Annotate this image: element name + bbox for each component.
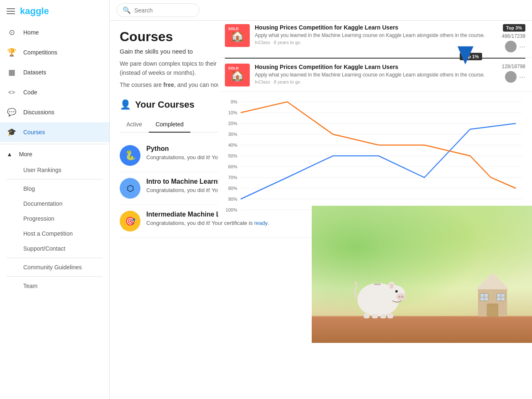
comp-title-1[interactable]: Housing Prices Competition for Kaggle Le…	[255, 24, 487, 31]
nav-datasets[interactable]: ▦ Datasets	[0, 62, 109, 82]
sidebar-item-user-rankings[interactable]: User Rankings	[0, 163, 109, 177]
comp-info-2: Housing Prices Competition for Kaggle Le…	[255, 64, 487, 84]
svg-text:0%: 0%	[231, 99, 237, 104]
photo-overlay	[312, 206, 532, 343]
comp-meta-2: InClass · 8 years to go	[255, 79, 487, 84]
home-icon: ⊙	[7, 27, 17, 37]
chart-area: 0% 10% 20% 30% 40% 50% 60% 70% 80% 90% 1…	[218, 92, 532, 218]
svg-text:90%: 90%	[228, 197, 237, 202]
sidebar-item-progression[interactable]: Progression	[0, 211, 109, 226]
python-course-icon: 🐍	[120, 145, 140, 166]
chevron-up-icon: ▲	[7, 151, 12, 158]
tab-active[interactable]: Active	[120, 117, 149, 133]
svg-marker-40	[476, 273, 509, 289]
comp-info-1: Housing Prices Competition for Kaggle Le…	[255, 24, 487, 45]
house-model	[474, 271, 511, 322]
comp-score-2: 128/18798	[502, 64, 525, 69]
logo-text: kaggle	[20, 6, 49, 17]
sidebar: kaggle ⊙ Home 🏆 Competitions ▦ Datasets …	[0, 0, 110, 399]
svg-point-31	[401, 296, 404, 298]
comp-actions-1: ···	[505, 41, 525, 52]
nav-home[interactable]: ⊙ Home	[0, 22, 109, 42]
nav-home-label: Home	[23, 29, 39, 36]
search-box[interactable]: 🔍	[116, 3, 200, 17]
courses-icon: 🎓	[7, 127, 17, 137]
sold-badge-1: SOLD	[227, 26, 240, 32]
nav-discussions[interactable]: 💬 Discussions	[0, 102, 109, 122]
comp-thumbnail-2: SOLD 🏠	[225, 64, 250, 86]
nav-datasets-label: Datasets	[23, 69, 46, 76]
sub-divider-3	[7, 276, 103, 277]
svg-rect-42	[487, 304, 498, 316]
competition-card-1: SOLD 🏠 Housing Prices Competition for Ka…	[218, 19, 532, 58]
free-word: free	[163, 81, 174, 88]
intermediate-ml-course-icon: 🎯	[120, 211, 140, 232]
svg-rect-35	[364, 313, 369, 318]
nav-competitions-label: Competitions	[23, 49, 57, 56]
svg-point-34	[389, 283, 394, 289]
search-icon: 🔍	[123, 6, 131, 14]
comp-right-1: Top 3% 486/17239 ···	[492, 24, 525, 52]
svg-rect-38	[387, 313, 393, 318]
svg-text:40%: 40%	[228, 143, 237, 148]
sidebar-item-team[interactable]: Team	[0, 278, 109, 293]
sold-badge-2: SOLD	[227, 65, 240, 71]
nav-courses-label: Courses	[23, 129, 45, 135]
down-arrow	[453, 44, 478, 71]
competitions-icon: 🏆	[7, 47, 17, 57]
intermediate-ml-cert-link[interactable]: ready	[254, 220, 268, 226]
svg-point-29	[396, 293, 406, 300]
svg-rect-37	[380, 314, 386, 318]
comp-right-2: 128/18798 ···	[492, 64, 525, 83]
svg-text:70%: 70%	[228, 175, 237, 180]
more-toggle[interactable]: ▲ More	[0, 146, 109, 163]
nav-discussions-label: Discussions	[23, 109, 54, 116]
sidebar-item-blog[interactable]: Blog	[0, 181, 109, 196]
nav-code[interactable]: <> Code	[0, 82, 109, 102]
more-dots-2[interactable]: ···	[519, 73, 525, 81]
comp-actions-2: ···	[505, 71, 525, 83]
datasets-icon: ▦	[7, 67, 17, 77]
avatar-2	[505, 71, 517, 83]
more-label: More	[19, 151, 32, 158]
svg-rect-36	[372, 314, 378, 318]
nav-courses[interactable]: 🎓 Courses	[0, 122, 109, 142]
comp-title-2[interactable]: Housing Prices Competition for Kaggle Le…	[255, 64, 487, 70]
comp-desc-1: Apply what you learned in the Machine Le…	[255, 32, 487, 38]
svg-text:50%: 50%	[228, 153, 237, 158]
comp-score-1: 486/17239	[502, 33, 525, 39]
sidebar-item-host-competition[interactable]: Host a Competition	[0, 226, 109, 241]
sub-divider-2	[7, 258, 103, 258]
discussions-icon: 💬	[7, 107, 17, 117]
sidebar-item-guidelines[interactable]: Community Guidelines	[0, 260, 109, 275]
svg-text:20%: 20%	[228, 121, 237, 126]
svg-text:10%: 10%	[228, 110, 237, 115]
top-badge-1: Top 3%	[503, 24, 525, 32]
nav-competitions[interactable]: 🏆 Competitions	[0, 42, 109, 62]
avatar-1	[505, 41, 517, 52]
nav-code-label: Code	[23, 89, 37, 96]
nav-divider	[0, 144, 109, 144]
comp-desc-2: Apply what you learned in the Machine Le…	[255, 72, 487, 78]
search-input[interactable]	[134, 7, 193, 14]
person-icon: 👤	[120, 99, 131, 110]
piggy-bank	[353, 273, 407, 320]
svg-point-30	[399, 296, 401, 298]
tab-completed[interactable]: Completed	[149, 117, 190, 133]
performance-chart: 0% 10% 20% 30% 40% 50% 60% 70% 80% 90% 1…	[225, 96, 524, 217]
kaggle-logo[interactable]: kaggle	[20, 6, 49, 17]
sidebar-item-support[interactable]: Support/Contact	[0, 241, 109, 256]
competition-card-2: Top 1% SOLD 🏠 Housing Prices Competition…	[218, 59, 532, 92]
top-bar: 🔍	[110, 0, 532, 21]
more-section: ▲ More User Rankings Blog Documentation …	[0, 146, 109, 293]
sub-divider-1	[7, 179, 103, 180]
svg-point-32	[395, 290, 398, 293]
more-dots-1[interactable]: ···	[519, 42, 525, 51]
main-content: 🔍 Courses Gain the skills you need to We…	[110, 0, 532, 399]
svg-text:30%: 30%	[228, 132, 237, 137]
svg-text:60%: 60%	[228, 164, 237, 169]
code-icon: <>	[7, 87, 17, 97]
sidebar-item-documentation[interactable]: Documentation	[0, 196, 109, 211]
svg-text:80%: 80%	[228, 186, 237, 191]
hamburger-menu[interactable]	[7, 8, 15, 14]
